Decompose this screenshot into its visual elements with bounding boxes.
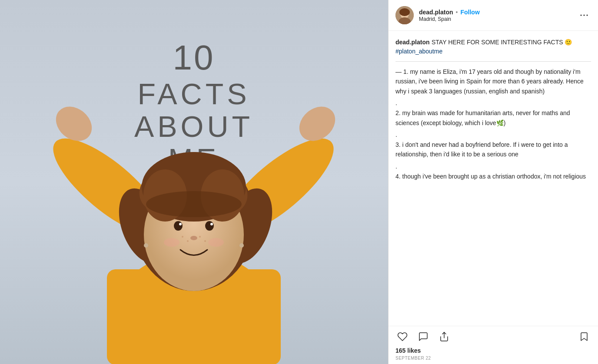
fact-2-text: 2. my brain was made for humanitarian ar…	[395, 108, 591, 128]
svg-point-41	[584, 15, 585, 16]
svg-point-39	[399, 8, 410, 16]
svg-point-27	[204, 240, 206, 242]
post-image-panel: 10 FACTS ABOUT ME	[0, 0, 388, 364]
post-date: SEPTEMBER 22	[395, 356, 591, 361]
fact-3-text: 3. i don't and never had a boyfriend bef…	[395, 140, 591, 159]
svg-point-35	[239, 243, 244, 248]
svg-point-21	[190, 236, 197, 240]
fact-3-block: 3. i don't and never had a boyfriend bef…	[395, 140, 591, 159]
svg-point-22	[164, 238, 179, 247]
post-header: dead.platon • Follow Madrid, Spain	[389, 0, 598, 31]
content-divider	[395, 61, 591, 62]
svg-text:ABOUT: ABOUT	[134, 110, 253, 143]
svg-point-40	[581, 15, 582, 16]
header-info: dead.platon • Follow Madrid, Spain	[419, 9, 572, 22]
svg-point-34	[144, 243, 148, 248]
fact-2-block: 2. my brain was made for humanitarian ar…	[395, 108, 591, 128]
dot-3: .	[395, 163, 591, 170]
fact-4-block: 4. though i've been brought up as a chri…	[395, 172, 591, 181]
comment-button[interactable]	[416, 330, 430, 344]
dot-1: .	[395, 99, 591, 106]
fact-4-text: 4. though i've been brought up as a chri…	[395, 172, 591, 181]
like-button[interactable]	[395, 330, 409, 344]
share-button[interactable]	[437, 330, 451, 344]
svg-point-18	[205, 221, 214, 231]
caption-block: dead.platon STAY HERE FOR SOME INTERESTI…	[395, 38, 591, 56]
action-buttons-row	[395, 330, 591, 344]
post-actions: 165 likes SEPTEMBER 22	[389, 326, 598, 364]
svg-point-42	[587, 15, 588, 16]
follow-button[interactable]: Follow	[460, 9, 479, 16]
svg-text:FACTS: FACTS	[137, 77, 250, 110]
svg-point-25	[187, 240, 189, 242]
post-location: Madrid, Spain	[419, 16, 572, 22]
svg-point-23	[208, 238, 224, 247]
caption-hashtag[interactable]: #platon_aboutme	[395, 48, 442, 55]
svg-point-17	[174, 221, 183, 231]
dot-2: .	[395, 131, 591, 138]
avatar[interactable]	[395, 6, 414, 24]
svg-point-19	[179, 223, 182, 225]
post-username[interactable]: dead.platon	[419, 9, 453, 16]
svg-point-31	[146, 191, 242, 217]
post-content: dead.platon STAY HERE FOR SOME INTERESTI…	[389, 31, 598, 326]
fact-1-text: — 1. my name is Eliza, i'm 17 years old …	[395, 67, 591, 96]
header-top-row: dead.platon • Follow	[419, 9, 572, 16]
post-detail-panel: dead.platon • Follow Madrid, Spain dead.…	[388, 0, 598, 364]
bookmark-button[interactable]	[577, 330, 591, 344]
dot-separator: •	[456, 9, 458, 16]
svg-text:10: 10	[173, 38, 215, 77]
options-button[interactable]	[577, 8, 591, 22]
likes-count: 165 likes	[395, 347, 591, 354]
svg-point-20	[210, 223, 213, 225]
svg-point-26	[199, 236, 201, 238]
svg-point-24	[182, 236, 183, 238]
fact-1-block: — 1. my name is Eliza, i'm 17 years old …	[395, 67, 591, 96]
caption-intro: STAY HERE FOR SOME INTERESTING FACTS 🙂	[432, 39, 572, 46]
caption-username[interactable]: dead.platon	[395, 39, 430, 46]
